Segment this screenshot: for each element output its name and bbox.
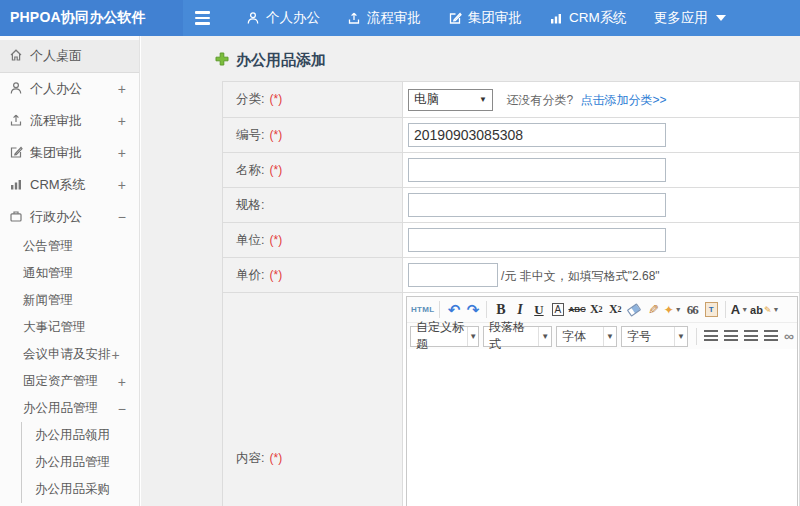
underline-button[interactable]: U	[530, 300, 547, 320]
sidebar-item-workflow-approval[interactable]: 流程审批 +	[0, 105, 139, 137]
sidebar-item-fixed-assets-mgmt[interactable]: 固定资产管理 +	[0, 368, 139, 395]
sidebar-item-office-supplies-mgmt[interactable]: 办公用品管理 −	[0, 395, 139, 422]
nav-group-approval[interactable]: 集团审批	[448, 9, 522, 27]
sidebar-item-events-mgmt[interactable]: 大事记管理	[0, 314, 139, 341]
editor-toolbar-row1: HTML ↶ ↷ B I U A ABC X2 X2 ✎	[407, 297, 797, 322]
superscript-button[interactable]: X2	[588, 300, 605, 320]
form-row-category: 分类:(*) 电脑 ▼ 还没有分类? 点击添加分类>>	[223, 82, 800, 118]
nav-more-apps[interactable]: 更多应用	[654, 9, 726, 27]
paste-plain-button[interactable]: T	[703, 300, 720, 320]
html-source-button[interactable]: HTML	[411, 300, 434, 320]
sidebar-item-personal-office[interactable]: 个人办公 +	[0, 73, 139, 105]
pen-icon: ✎	[764, 305, 772, 315]
sidebar-item-announcement-mgmt[interactable]: 公告管理	[0, 233, 139, 260]
price-input[interactable]	[408, 263, 498, 287]
caret-down-icon: ▼	[603, 327, 616, 346]
sidebar-item-notice-mgmt[interactable]: 通知管理	[0, 260, 139, 287]
expand-icon: +	[118, 145, 126, 161]
align-center-button[interactable]	[724, 330, 738, 343]
align-right-button[interactable]	[744, 330, 758, 343]
name-input[interactable]	[408, 158, 666, 182]
person-icon	[9, 81, 23, 98]
expand-icon: +	[118, 177, 126, 193]
nav-personal-office[interactable]: 个人办公	[246, 9, 320, 27]
spec-input[interactable]	[408, 193, 666, 217]
align-justify-button[interactable]	[764, 330, 778, 343]
sidebar: 个人桌面 个人办公 + 流程审批 + 集团审批 + CRM系统	[0, 36, 140, 506]
category-select[interactable]: 电脑 ▼	[408, 89, 493, 111]
highlight-color-button[interactable]: ab✎▼	[750, 300, 779, 320]
undo-button[interactable]: ↶	[445, 300, 462, 320]
person-icon	[246, 11, 260, 25]
sidebar-item-supplies-purchase[interactable]: 办公用品采购	[22, 476, 139, 503]
home-icon	[9, 48, 23, 65]
flow-icon	[347, 11, 361, 25]
bold-button[interactable]: B	[492, 300, 509, 320]
required-mark: (*)	[269, 233, 282, 247]
required-mark: (*)	[269, 92, 282, 106]
chart-icon	[9, 177, 23, 194]
top-bar: PHPOA协同办公软件 个人办公 流程审批 集团审批	[0, 0, 800, 36]
caret-down-icon: ▼	[675, 306, 682, 313]
nav-crm[interactable]: CRM系统	[549, 9, 627, 27]
plus-icon	[215, 52, 229, 69]
clipboard-icon: T	[705, 302, 718, 317]
sidebar-item-desktop[interactable]: 个人桌面	[0, 40, 139, 73]
font-size-select[interactable]: 字号 ▼	[621, 326, 688, 347]
caret-down-icon: ▼	[741, 306, 748, 313]
format-brush-button[interactable]: ✎	[645, 300, 662, 320]
form-row-name: 名称:(*)	[223, 153, 800, 188]
collapse-icon: −	[118, 209, 126, 225]
supplies-submenu: 办公用品领用 办公用品管理 办公用品采购	[21, 422, 139, 503]
remove-format-button[interactable]	[626, 300, 643, 320]
paragraph-select[interactable]: 段落格式 ▼	[483, 326, 552, 347]
sidebar-item-supplies-requisition[interactable]: 办公用品领用	[22, 422, 139, 449]
form-row-content: 内容:(*) HTML ↶ ↷ B I U A ABC X2	[223, 293, 800, 506]
unit-input[interactable]	[408, 228, 666, 252]
top-nav: 个人办公 流程审批 集团审批 CRM系统 更多应用	[246, 9, 753, 27]
nav-workflow-approval[interactable]: 流程审批	[347, 9, 421, 27]
sparkle-icon: ✦	[664, 303, 674, 317]
link-icon[interactable]: ∞	[784, 328, 794, 344]
chart-icon	[549, 11, 563, 25]
editor-content-area[interactable]	[407, 349, 797, 506]
subscript-button[interactable]: X2	[607, 300, 624, 320]
italic-button[interactable]: I	[511, 300, 528, 320]
required-mark: (*)	[269, 268, 282, 282]
sidebar-item-group-approval[interactable]: 集团审批 +	[0, 137, 139, 169]
auto-typeset-button[interactable]: ✦▼	[664, 300, 682, 320]
caret-down-icon: ▼	[538, 327, 551, 346]
collapse-icon: −	[118, 401, 126, 417]
font-family-select[interactable]: 字体 ▼	[556, 326, 617, 347]
select-caret-icon: ▼	[479, 95, 487, 104]
align-left-button[interactable]	[704, 330, 718, 343]
sidebar-item-supplies-mgmt[interactable]: 办公用品管理	[22, 449, 139, 476]
sidebar-item-admin-office[interactable]: 行政办公 −	[0, 201, 139, 233]
supplies-add-form: 分类:(*) 电脑 ▼ 还没有分类? 点击添加分类>> 编号:(*) 名称:(*…	[222, 81, 800, 506]
blockquote-button[interactable]: 66	[684, 300, 701, 320]
brush-icon: ✎	[648, 302, 659, 317]
sidebar-item-crm[interactable]: CRM系统 +	[0, 169, 139, 201]
expand-icon: +	[112, 347, 120, 363]
add-category-link[interactable]: 点击添加分类>>	[581, 93, 667, 107]
flow-icon	[9, 113, 23, 130]
heading-select[interactable]: 自定义标题 ▼	[410, 326, 479, 347]
redo-button[interactable]: ↷	[464, 300, 481, 320]
expand-icon: +	[118, 374, 126, 390]
expand-icon: +	[118, 81, 126, 97]
main-content: 办公用品添加 分类:(*) 电脑 ▼ 还没有分类? 点击添加分类>> 编号:(*…	[141, 36, 800, 506]
form-row-unit: 单位:(*)	[223, 223, 800, 258]
sidebar-item-meeting-mgmt[interactable]: 会议申请及安排 +	[0, 341, 139, 368]
caret-down-icon	[716, 15, 726, 21]
briefcase-icon	[9, 209, 23, 226]
edit-icon	[448, 11, 462, 25]
hamburger-icon[interactable]	[195, 11, 210, 25]
font-color-button[interactable]: A▼	[731, 300, 748, 320]
font-border-button[interactable]: A	[549, 300, 566, 320]
page-title: 办公用品添加	[215, 51, 800, 70]
sidebar-item-news-mgmt[interactable]: 新闻管理	[0, 287, 139, 314]
form-row-price: 单价:(*) /元 非中文，如填写格式"2.68"	[223, 258, 800, 293]
edit-icon	[9, 145, 23, 162]
strikethrough-button[interactable]: ABC	[568, 300, 585, 320]
code-input[interactable]	[408, 123, 666, 147]
